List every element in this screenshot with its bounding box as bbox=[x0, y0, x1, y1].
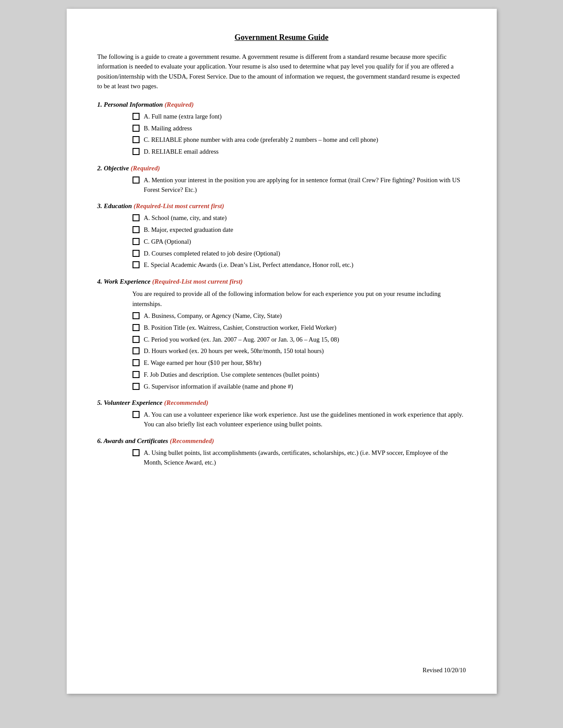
list-item: B. Mailing address bbox=[133, 124, 466, 133]
item-text: E. Wage earned per hour ($10 per hour, $… bbox=[144, 358, 466, 368]
checkbox-icon[interactable] bbox=[133, 177, 140, 184]
list-item: B. Position Title (ex. Waitress, Cashier… bbox=[133, 323, 466, 333]
item-text: B. Major, expected graduation date bbox=[144, 225, 466, 235]
list-item: A. School (name, city, and state) bbox=[133, 213, 466, 223]
checkbox-icon[interactable] bbox=[133, 371, 140, 378]
list-item: D. Hours worked (ex. 20 hours per week, … bbox=[133, 346, 466, 356]
item-text: E. Special Academic Awards (i.e. Dean’s … bbox=[144, 260, 466, 270]
list-item: A. Using bullet points, list accomplishm… bbox=[133, 448, 466, 468]
section-work-experience: 4. Work Experience (Required-List most c… bbox=[97, 278, 466, 391]
checkbox-icon[interactable] bbox=[133, 226, 140, 233]
page-title: Government Resume Guide bbox=[97, 33, 466, 42]
checkbox-icon[interactable] bbox=[133, 336, 140, 343]
checkbox-icon[interactable] bbox=[133, 136, 140, 143]
checklist-volunteer: A. You can use a volunteer experience li… bbox=[97, 410, 466, 429]
checklist-personal-info: A. Full name (extra large font)B. Mailin… bbox=[97, 112, 466, 157]
section-title-education: 3. Education (Required-List most current… bbox=[97, 202, 466, 210]
checkbox-icon[interactable] bbox=[133, 312, 140, 319]
list-item: C. GPA (Optional) bbox=[133, 237, 466, 247]
checkbox-icon[interactable] bbox=[133, 148, 140, 155]
section-title-volunteer: 5. Volunteer Experience (Recommended) bbox=[97, 399, 466, 407]
list-item: C. RELIABLE phone number with area code … bbox=[133, 135, 466, 145]
item-text: F. Job Duties and description. Use compl… bbox=[144, 370, 466, 380]
section-awards: 6. Awards and Certificates (Recommended)… bbox=[97, 437, 466, 468]
item-text: D. RELIABLE email address bbox=[144, 147, 466, 157]
list-item: F. Job Duties and description. Use compl… bbox=[133, 370, 466, 380]
section-title-objective: 2. Objective (Required) bbox=[97, 165, 466, 172]
list-item: D. Courses completed related to job desi… bbox=[133, 249, 466, 259]
document-page: Government Resume Guide The following is… bbox=[67, 9, 497, 694]
item-text: B. Mailing address bbox=[144, 124, 466, 133]
list-item: C. Period you worked (ex. Jan. 2007 – Au… bbox=[133, 335, 466, 345]
item-text: A. You can use a volunteer experience li… bbox=[144, 410, 466, 429]
item-text: A. Full name (extra large font) bbox=[144, 112, 466, 122]
revised-date: Revised 10/20/10 bbox=[423, 667, 466, 674]
section-personal-info: 1. Personal Information (Required)A. Ful… bbox=[97, 101, 466, 157]
item-text: A. Mention your interest in the position… bbox=[144, 176, 466, 195]
required-label: (Recommended) bbox=[170, 437, 214, 444]
required-label: (Recommended) bbox=[164, 399, 208, 406]
list-item: G. Supervisor information if available (… bbox=[133, 382, 466, 392]
list-item: A. Full name (extra large font) bbox=[133, 112, 466, 122]
list-item: E. Wage earned per hour ($10 per hour, $… bbox=[133, 358, 466, 368]
section-title-awards: 6. Awards and Certificates (Recommended) bbox=[97, 437, 466, 445]
item-text: D. Courses completed related to job desi… bbox=[144, 249, 466, 259]
checkbox-icon[interactable] bbox=[133, 411, 140, 418]
checkbox-icon[interactable] bbox=[133, 238, 140, 245]
section-title-work-experience: 4. Work Experience (Required-List most c… bbox=[97, 278, 466, 285]
checkbox-icon[interactable] bbox=[133, 261, 140, 268]
item-text: G. Supervisor information if available (… bbox=[144, 382, 466, 392]
required-label: (Required-List most current first) bbox=[133, 202, 224, 209]
checkbox-icon[interactable] bbox=[133, 347, 140, 354]
intro-paragraph: The following is a guide to create a gov… bbox=[97, 52, 466, 91]
list-item: A. Mention your interest in the position… bbox=[133, 176, 466, 195]
item-text: A. Business, Company, or Agency (Name, C… bbox=[144, 311, 466, 321]
section-education: 3. Education (Required-List most current… bbox=[97, 202, 466, 270]
item-text: D. Hours worked (ex. 20 hours per week, … bbox=[144, 346, 466, 356]
checkbox-icon[interactable] bbox=[133, 449, 140, 456]
sections-container: 1. Personal Information (Required)A. Ful… bbox=[97, 101, 466, 467]
item-text: C. Period you worked (ex. Jan. 2007 – Au… bbox=[144, 335, 466, 345]
checklist-work-experience: A. Business, Company, or Agency (Name, C… bbox=[97, 311, 466, 391]
item-text: A. Using bullet points, list accomplishm… bbox=[144, 448, 466, 468]
checklist-objective: A. Mention your interest in the position… bbox=[97, 176, 466, 195]
checklist-education: A. School (name, city, and state)B. Majo… bbox=[97, 213, 466, 270]
list-item: E. Special Academic Awards (i.e. Dean’s … bbox=[133, 260, 466, 270]
item-text: B. Position Title (ex. Waitress, Cashier… bbox=[144, 323, 466, 333]
checkbox-icon[interactable] bbox=[133, 214, 140, 221]
list-item: A. Business, Company, or Agency (Name, C… bbox=[133, 311, 466, 321]
list-item: B. Major, expected graduation date bbox=[133, 225, 466, 235]
list-item: A. You can use a volunteer experience li… bbox=[133, 410, 466, 429]
section-objective: 2. Objective (Required)A. Mention your i… bbox=[97, 165, 466, 195]
item-text: C. RELIABLE phone number with area code … bbox=[144, 135, 466, 145]
item-text: C. GPA (Optional) bbox=[144, 237, 466, 247]
required-label: (Required) bbox=[131, 165, 160, 172]
list-item: D. RELIABLE email address bbox=[133, 147, 466, 157]
checklist-awards: A. Using bullet points, list accomplishm… bbox=[97, 448, 466, 468]
checkbox-icon[interactable] bbox=[133, 125, 140, 132]
section-title-personal-info: 1. Personal Information (Required) bbox=[97, 101, 466, 108]
section-volunteer: 5. Volunteer Experience (Recommended)A. … bbox=[97, 399, 466, 429]
section-note-work-experience: You are required to provide all of the f… bbox=[97, 289, 466, 309]
checkbox-icon[interactable] bbox=[133, 250, 140, 257]
checkbox-icon[interactable] bbox=[133, 324, 140, 331]
checkbox-icon[interactable] bbox=[133, 113, 140, 120]
checkbox-icon[interactable] bbox=[133, 359, 140, 366]
required-label: (Required) bbox=[165, 101, 194, 108]
required-label: (Required-List most current first) bbox=[152, 278, 243, 285]
item-text: A. School (name, city, and state) bbox=[144, 213, 466, 223]
checkbox-icon[interactable] bbox=[133, 383, 140, 390]
